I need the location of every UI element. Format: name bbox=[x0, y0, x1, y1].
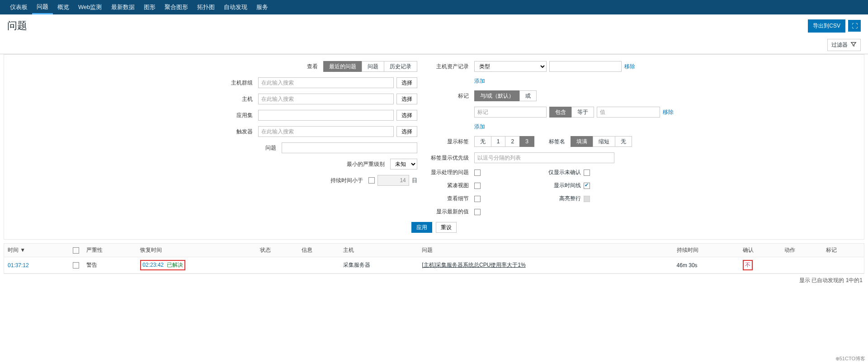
tag-priority-input[interactable] bbox=[474, 152, 614, 163]
title-bar: 问题 导出到CSV ⛶ bbox=[0, 14, 868, 37]
timeline-checkbox[interactable] bbox=[584, 183, 590, 189]
nav-discovery[interactable]: 自动发现 bbox=[219, 0, 252, 14]
sort-dir-icon: ▼ bbox=[20, 247, 25, 253]
view-problems[interactable]: 问题 bbox=[362, 61, 384, 72]
unack-only-checkbox[interactable] bbox=[584, 170, 590, 176]
highlight-row-checkbox[interactable] bbox=[584, 196, 590, 202]
cell-severity: 警告 bbox=[83, 257, 137, 273]
tags-andor-seg: 与/或（默认） 或 bbox=[474, 90, 537, 101]
page-title: 问题 bbox=[7, 19, 808, 33]
reset-button[interactable]: 重设 bbox=[436, 222, 457, 233]
age-value[interactable]: 14 bbox=[377, 175, 409, 186]
show-tags-3[interactable]: 3 bbox=[519, 136, 534, 147]
nav-screens[interactable]: 聚合图形 bbox=[160, 0, 193, 14]
tags-andor[interactable]: 与/或（默认） bbox=[474, 90, 520, 101]
filter-left-col: 查看 最近的问题 问题 历史记录 主机群组 选择 主机 选择 应用集 选择 触发… bbox=[13, 61, 417, 216]
col-host[interactable]: 主机 bbox=[340, 244, 418, 257]
fullscreen-button[interactable]: ⛶ bbox=[848, 20, 861, 32]
compact-label: 紧凑视图 bbox=[417, 182, 472, 189]
cell-problem[interactable]: [主机]采集服务器系统总CPU使用率大于1% bbox=[422, 262, 525, 268]
inventory-value-input[interactable] bbox=[549, 61, 622, 72]
nav-web[interactable]: Web监测 bbox=[74, 0, 107, 14]
tag-remove-link[interactable]: 移除 bbox=[663, 108, 674, 116]
col-actions: 动作 bbox=[781, 244, 822, 257]
cell-tags bbox=[822, 257, 864, 273]
age-checkbox[interactable] bbox=[368, 177, 375, 184]
table-row: 01:37:12 警告 02:23:42 已解决 采集服务器 [主机]采集服务器… bbox=[4, 257, 864, 273]
severity-select[interactable]: 未知 bbox=[390, 159, 417, 170]
hostgroup-label: 主机群组 bbox=[188, 79, 255, 87]
hostgroup-select-button[interactable]: 选择 bbox=[396, 77, 417, 88]
nav-maps[interactable]: 拓扑图 bbox=[193, 0, 219, 14]
highlight-row-label: 高亮整行 bbox=[540, 195, 581, 203]
nav-latest[interactable]: 最新数据 bbox=[107, 0, 139, 14]
fullscreen-icon: ⛶ bbox=[852, 23, 858, 29]
tag-op-contains[interactable]: 包含 bbox=[549, 107, 572, 118]
col-status: 状态 bbox=[256, 244, 298, 257]
col-problem[interactable]: 问题 bbox=[418, 244, 673, 257]
export-csv-button[interactable]: 导出到CSV bbox=[808, 19, 845, 33]
tag-name-input[interactable] bbox=[474, 107, 547, 118]
col-time[interactable]: 时间 ▼ bbox=[4, 244, 69, 257]
inventory-remove-link[interactable]: 移除 bbox=[624, 63, 635, 71]
cell-ack[interactable]: 不 bbox=[745, 262, 750, 268]
details-checkbox[interactable] bbox=[474, 196, 481, 202]
application-input[interactable] bbox=[258, 110, 394, 121]
tag-name-full[interactable]: 填满 bbox=[571, 136, 593, 147]
filter-toggle[interactable]: 过滤器 bbox=[827, 39, 861, 51]
cell-host: 采集服务器 bbox=[340, 257, 418, 273]
nav-problems[interactable]: 问题 bbox=[32, 0, 53, 14]
tag-priority-label: 标签显示优先级 bbox=[417, 154, 472, 162]
tag-op-equals[interactable]: 等于 bbox=[571, 107, 594, 118]
inventory-add-link[interactable]: 添加 bbox=[474, 77, 485, 85]
nav-graphs[interactable]: 图形 bbox=[139, 0, 160, 14]
tag-name-label: 标签名 bbox=[549, 138, 568, 146]
nav-dashboard[interactable]: 仪表板 bbox=[5, 0, 32, 14]
col-severity[interactable]: 严重性 bbox=[83, 244, 137, 257]
filter-actions: 应用 重设 bbox=[13, 216, 855, 233]
host-select-button[interactable]: 选择 bbox=[396, 94, 417, 104]
filter-label: 过滤器 bbox=[831, 41, 848, 49]
cell-info bbox=[298, 257, 340, 273]
cell-recovery-time[interactable]: 02:23:42 bbox=[142, 262, 164, 268]
latest-values-checkbox[interactable] bbox=[474, 209, 481, 215]
show-tags-1[interactable]: 1 bbox=[491, 136, 506, 147]
show-tags-2[interactable]: 2 bbox=[505, 136, 520, 147]
host-input[interactable] bbox=[258, 94, 394, 104]
compact-checkbox[interactable] bbox=[474, 183, 481, 189]
tags-or[interactable]: 或 bbox=[519, 90, 537, 101]
results-table: 时间 ▼ 严重性 恢复时间 状态 信息 主机 问题 持续时间 确认 动作 标记 … bbox=[4, 244, 864, 273]
col-checkbox bbox=[69, 244, 83, 257]
host-label: 主机 bbox=[188, 95, 255, 103]
tag-value-input[interactable] bbox=[597, 107, 660, 118]
view-recent[interactable]: 最近的问题 bbox=[323, 61, 362, 72]
show-suppressed-checkbox[interactable] bbox=[474, 170, 481, 176]
problem-input[interactable] bbox=[282, 142, 417, 153]
col-info: 信息 bbox=[298, 244, 340, 257]
top-nav: 仪表板 问题 概览 Web监测 最新数据 图形 聚合图形 拓扑图 自动发现 服务 bbox=[0, 0, 868, 14]
problem-label: 问题 bbox=[211, 144, 279, 152]
select-all-checkbox[interactable] bbox=[73, 247, 79, 254]
show-tags-none[interactable]: 无 bbox=[474, 136, 491, 147]
filter-icon bbox=[850, 41, 857, 49]
col-recovery: 恢复时间 bbox=[137, 244, 256, 257]
cell-time[interactable]: 01:37:12 bbox=[8, 262, 29, 269]
tag-add-link[interactable]: 添加 bbox=[474, 123, 485, 131]
view-history[interactable]: 历史记录 bbox=[384, 61, 417, 72]
age-label: 持续时间小于 bbox=[298, 177, 366, 184]
tag-name-short[interactable]: 缩短 bbox=[593, 136, 615, 147]
cell-ack-box: 不 bbox=[743, 260, 753, 270]
application-select-button[interactable]: 选择 bbox=[396, 110, 417, 121]
trigger-select-button[interactable]: 选择 bbox=[396, 126, 417, 137]
inventory-type-select[interactable]: 类型 bbox=[474, 61, 547, 72]
apply-button[interactable]: 应用 bbox=[411, 222, 432, 233]
row-checkbox[interactable] bbox=[73, 262, 79, 269]
view-label: 查看 bbox=[253, 63, 321, 71]
col-duration: 持续时间 bbox=[673, 244, 740, 257]
trigger-input[interactable] bbox=[258, 126, 394, 137]
view-segmented: 最近的问题 问题 历史记录 bbox=[323, 61, 417, 72]
nav-overview[interactable]: 概览 bbox=[53, 0, 74, 14]
hostgroup-input[interactable] bbox=[258, 77, 394, 88]
nav-services[interactable]: 服务 bbox=[252, 0, 273, 14]
tag-name-none[interactable]: 无 bbox=[615, 136, 632, 147]
